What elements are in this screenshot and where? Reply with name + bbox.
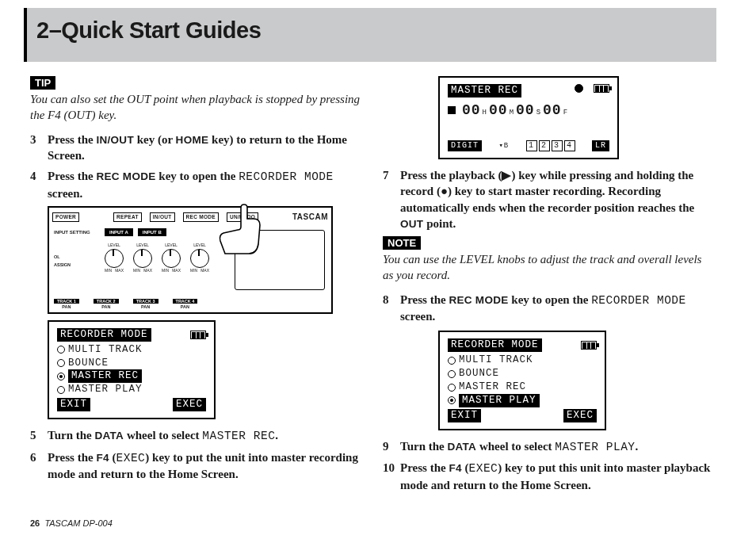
step-8: 8 Press the REC MODE key to open the REC… (383, 292, 713, 325)
battery-icon (594, 84, 609, 93)
input-setting-label: INPUT SETTING (54, 230, 100, 235)
step-number: 4 (30, 168, 48, 201)
power-button-label: POWER (52, 212, 79, 222)
repeat-button-label: REPEAT (113, 212, 142, 222)
step-text: Turn the DATA wheel to select MASTER REC… (48, 427, 361, 445)
step-text: Press the REC MODE key to open the RECOR… (400, 292, 713, 325)
track-cells: 1 2 3 4 (526, 140, 575, 151)
page-number: 26 (30, 518, 40, 528)
note-text: You can use the LEVEL knobs to adjust th… (383, 251, 713, 284)
level-knob-a: LEVEL MINMAX (103, 243, 125, 273)
lcd-title: RECORDER MODE (448, 338, 542, 352)
step-9: 9 Turn the DATA wheel to select MASTER P… (383, 438, 713, 456)
page-footer: 26 TASCAM DP-004 (30, 518, 113, 528)
step-10: 10 Press the F4 (EXEC) key to put this u… (383, 460, 713, 493)
lcd-exit: EXIT (57, 398, 90, 411)
battery-icon (190, 331, 206, 339)
note-tag: NOTE (383, 236, 421, 250)
step-number: 9 (383, 438, 400, 456)
step-5: 5 Turn the DATA wheel to select MASTER R… (30, 427, 361, 445)
lcd-title: MASTER REC (448, 84, 521, 97)
input-a-label: INPUT A (105, 228, 133, 236)
cursor-indicator: ▾B (498, 141, 509, 151)
step-6: 6 Press the F4 (EXEC) key to put the uni… (30, 449, 361, 483)
step-4: 4 Press the REC MODE key to open the REC… (30, 168, 361, 201)
lr-label: LR (592, 140, 609, 151)
lcd-exit: EXIT (448, 409, 481, 422)
lcd-master-rec: MASTER REC 00H 00M 00S 00F (438, 76, 713, 159)
section-header: 2–Quick Start Guides (24, 8, 716, 62)
step-text: Turn the DATA wheel to select MASTER PLA… (400, 438, 713, 456)
level-knob-d: LEVEL MINMAX (189, 243, 211, 273)
assign-label: ASSIGN (54, 262, 97, 270)
brand-logo: TASCAM (292, 212, 328, 221)
lcd-title: RECORDER MODE (57, 328, 151, 342)
step-number: 8 (383, 292, 400, 325)
inout-button-label: IN/OUT (150, 212, 175, 222)
record-dot-icon (575, 84, 583, 93)
step-text: Press the REC MODE key to open the RECOR… (48, 168, 361, 201)
lcd-recorder-mode-1: RECORDER MODE MULTI TRACK BOUNCE MASTER … (48, 320, 361, 419)
step-text: Press the F4 (EXEC) key to put this unit… (400, 460, 713, 493)
stop-icon (448, 106, 456, 114)
section-title: 2–Quick Start Guides (27, 8, 716, 44)
step-number: 10 (383, 460, 400, 493)
step-number: 6 (30, 449, 48, 483)
digit-label: DIGIT (448, 140, 482, 151)
lcd-recorder-mode-2: RECORDER MODE MULTI TRACK BOUNCE MASTER … (438, 331, 713, 430)
manual-page: 2–Quick Start Guides TIP You can also se… (0, 0, 756, 539)
device-panel-illustration: POWER REPEAT IN/OUT REC MODE UN/REDO TAS… (48, 206, 333, 314)
lcd-exec: EXEC (173, 398, 206, 411)
level-knob-b: LEVEL MINMAX (132, 243, 154, 273)
left-column: TIP You can also set the OUT point when … (30, 76, 361, 498)
content-columns: TIP You can also set the OUT point when … (30, 76, 713, 498)
step-number: 7 (383, 167, 400, 231)
product-model: TASCAM DP-004 (44, 518, 112, 528)
step-7: 7 Press the playback (▶) key while press… (383, 167, 713, 231)
pointing-hand-icon (214, 203, 269, 258)
step-number: 5 (30, 427, 48, 445)
tip-text: You can also set the OUT point when play… (30, 91, 361, 124)
step-text: Press the IN/OUT key (or HOME key) to re… (48, 132, 361, 164)
battery-icon (581, 341, 597, 350)
tip-tag: TIP (30, 76, 55, 90)
step-text: Press the F4 (EXEC) key to put the unit … (48, 449, 361, 483)
right-column: MASTER REC 00H 00M 00S 00F (383, 76, 713, 498)
step-number: 3 (30, 132, 48, 164)
step-text: Press the playback (▶) key while pressin… (400, 167, 713, 231)
step-3: 3 Press the IN/OUT key (or HOME key) to … (30, 132, 361, 164)
lcd-exec: EXEC (563, 409, 597, 422)
level-knob-c: LEVEL MINMAX (160, 243, 182, 273)
ol-label: OL (54, 254, 97, 262)
input-b-label: INPUT B (138, 228, 166, 236)
